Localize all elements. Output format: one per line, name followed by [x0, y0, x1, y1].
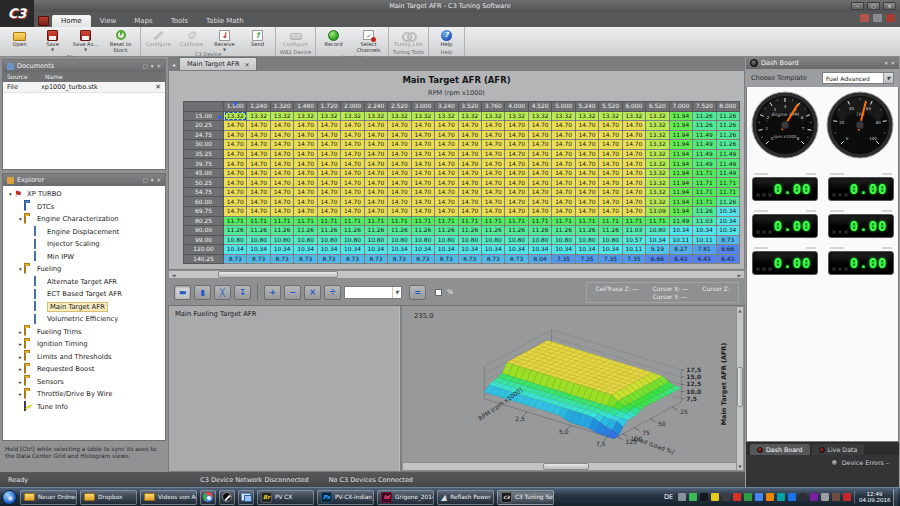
- grid-cell[interactable]: 14.70: [317, 140, 340, 150]
- grid-cell[interactable]: 14.70: [599, 168, 622, 178]
- grid-cell[interactable]: 11.26: [458, 226, 481, 236]
- grid-cell[interactable]: 10.34: [716, 216, 739, 226]
- grid-cell[interactable]: 13.09: [646, 207, 669, 217]
- grid-cell[interactable]: 7.81: [693, 245, 716, 255]
- tray-icon[interactable]: [722, 493, 730, 501]
- grid-cell[interactable]: 10.34: [411, 245, 434, 255]
- subtract-icon[interactable]: −: [284, 285, 301, 300]
- grid-cell[interactable]: 14.70: [481, 140, 504, 150]
- grid-cell[interactable]: 14.70: [435, 121, 458, 131]
- tray-icon[interactable]: [821, 493, 829, 501]
- grid-cell[interactable]: 14.70: [505, 149, 528, 159]
- grid-cell[interactable]: 11.26: [224, 226, 247, 236]
- grid-row-header[interactable]: 80.25: [184, 216, 224, 226]
- grid-cell[interactable]: 11.71: [294, 216, 317, 226]
- grid-cell[interactable]: 14.70: [575, 168, 598, 178]
- grid-cell[interactable]: 14.70: [247, 197, 270, 207]
- grid-cell[interactable]: 14.70: [552, 187, 575, 197]
- grid-cell[interactable]: 10.34: [693, 226, 716, 236]
- tray-icon[interactable]: [832, 493, 840, 501]
- grid-cell[interactable]: 13.32: [528, 111, 551, 121]
- grid-cell[interactable]: 10.80: [505, 235, 528, 245]
- grid-cell[interactable]: 14.70: [552, 159, 575, 169]
- panel-pin-icon[interactable]: ▾: [151, 177, 154, 183]
- grid-cell[interactable]: 14.70: [528, 197, 551, 207]
- grid-cell[interactable]: 10.34: [505, 245, 528, 255]
- grid-cell[interactable]: 8.04: [528, 254, 551, 264]
- grid-cell[interactable]: 14.70: [481, 121, 504, 131]
- grid-column-header[interactable]: 5.240: [575, 102, 598, 112]
- grid-cell[interactable]: 14.70: [388, 187, 411, 197]
- grid-cell[interactable]: 14.70: [364, 207, 387, 217]
- grid-row-header[interactable]: 50.25: [184, 178, 224, 188]
- documents-col-name[interactable]: Name: [41, 72, 67, 82]
- grid-column-header[interactable]: 2.520: [388, 102, 411, 112]
- show-desktop-button[interactable]: [893, 489, 898, 506]
- surface-3d-chart[interactable]: 2,55,07,52550751001257,510,012,515,017,5…: [402, 306, 738, 461]
- tree-item-alternate-target-afr[interactable]: Alternate Target AFR: [3, 276, 165, 289]
- grid-cell[interactable]: 11.26: [716, 130, 739, 140]
- scroll-right-icon[interactable]: ►: [735, 272, 744, 278]
- grid-cell[interactable]: 14.70: [388, 149, 411, 159]
- grid-cell[interactable]: 14.70: [599, 121, 622, 131]
- grid-cell[interactable]: 14.70: [552, 140, 575, 150]
- grid-cell[interactable]: 14.70: [364, 187, 387, 197]
- grid-cell[interactable]: 11.26: [552, 226, 575, 236]
- grid-cell[interactable]: 14.70: [599, 130, 622, 140]
- tree-item-main-target-afr[interactable]: Main Target AFR: [3, 301, 165, 314]
- tree-item-injector-scaling[interactable]: Injector Scaling: [3, 238, 165, 251]
- grid-column-header[interactable]: 7.520: [693, 102, 716, 112]
- grid-cell[interactable]: 14.70: [247, 140, 270, 150]
- grid-cell[interactable]: 13.32: [505, 111, 528, 121]
- panel-pin-icon[interactable]: ▾: [885, 60, 888, 66]
- grid-cell[interactable]: 11.26: [528, 226, 551, 236]
- grid-cell[interactable]: 10.34: [552, 245, 575, 255]
- grid-cell[interactable]: 14.70: [270, 187, 293, 197]
- grid-cell[interactable]: 14.70: [224, 130, 247, 140]
- grid-column-header[interactable]: 3.760: [481, 102, 504, 112]
- grid-cell[interactable]: 10.34: [481, 245, 504, 255]
- tray-icon[interactable]: [711, 493, 719, 501]
- grid-row-header[interactable]: 35.25: [184, 149, 224, 159]
- grid-cell[interactable]: 11.71: [693, 168, 716, 178]
- grid-cell[interactable]: 14.70: [458, 168, 481, 178]
- value-input[interactable]: ▼: [344, 286, 402, 299]
- grid-cell[interactable]: 10.34: [716, 207, 739, 217]
- grid-cell[interactable]: 11.03: [622, 226, 645, 236]
- tree-item-requested-boost[interactable]: ▸Requested Boost: [3, 363, 165, 376]
- grid-column-header[interactable]: 1.480: [294, 102, 317, 112]
- grid-cell[interactable]: 10.80: [646, 226, 669, 236]
- grid-cell[interactable]: 13.32: [435, 111, 458, 121]
- grid-cell[interactable]: 11.71: [646, 216, 669, 226]
- grid-cell[interactable]: 8.73: [364, 254, 387, 264]
- grid-cell[interactable]: 13.32: [317, 111, 340, 121]
- minimize-button[interactable]: –: [851, 2, 864, 10]
- grid-column-header[interactable]: 6.520: [646, 102, 669, 112]
- grid-cell[interactable]: 10.34: [716, 226, 739, 236]
- taskbar-clock[interactable]: 12:49 04.09.2016: [854, 491, 890, 504]
- scrollbar-thumb[interactable]: [737, 367, 743, 407]
- grid-cell[interactable]: 14.70: [364, 149, 387, 159]
- panel-close-icon[interactable]: ✕: [156, 63, 161, 69]
- grid-cell[interactable]: 14.70: [458, 121, 481, 131]
- grid-cell[interactable]: 10.34: [435, 245, 458, 255]
- grid-column-header[interactable]: 1.320: [270, 102, 293, 112]
- grid-column-header[interactable]: 3.520: [458, 102, 481, 112]
- grid-cell[interactable]: 13.32: [411, 111, 434, 121]
- grid-cell[interactable]: 14.70: [341, 149, 364, 159]
- grid-cell[interactable]: 14.70: [224, 178, 247, 188]
- grid-cell[interactable]: 14.70: [294, 149, 317, 159]
- grid-cell[interactable]: 10.11: [669, 235, 692, 245]
- grid-cell[interactable]: 10.34: [364, 245, 387, 255]
- grid-cell[interactable]: 14.70: [528, 159, 551, 169]
- template-dropdown[interactable]: Fuel Advanced ▼: [822, 72, 894, 84]
- grid-cell[interactable]: 11.49: [693, 140, 716, 150]
- grid-cell[interactable]: 14.70: [458, 130, 481, 140]
- display-buttons[interactable]: [756, 193, 772, 197]
- taskbar-button-chrome[interactable]: [200, 490, 216, 505]
- grid-cell[interactable]: 11.94: [669, 178, 692, 188]
- grid-cell[interactable]: 10.80: [364, 235, 387, 245]
- grid-column-header[interactable]: 8.000: [716, 102, 739, 112]
- document-close-icon[interactable]: ✕: [155, 83, 161, 91]
- grid-cell[interactable]: 10.34: [458, 245, 481, 255]
